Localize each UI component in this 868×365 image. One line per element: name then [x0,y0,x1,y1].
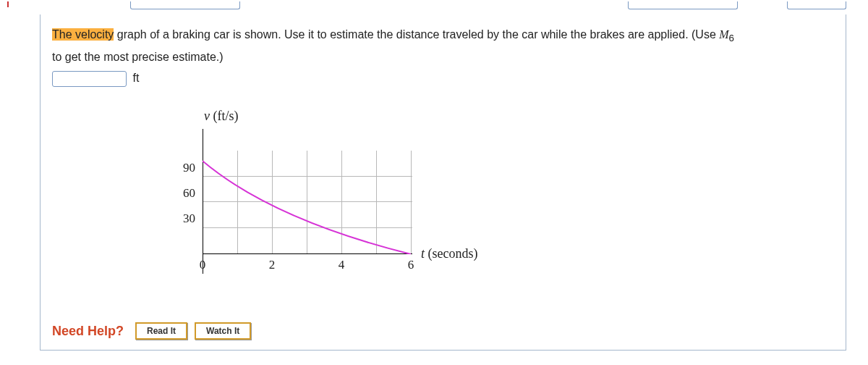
answer-row: ft [52,71,834,87]
velocity-chart: v (ft/s) 30 60 90 0 [153,109,486,297]
problem-text-2: to get the most precise estimate.) [52,51,224,63]
xtick-label: 6 [408,258,414,272]
velocity-curve [203,151,412,254]
xtick-label: 4 [339,258,345,272]
need-help-label: Need Help? [52,324,124,339]
xtick-label: 0 [200,258,206,272]
problem-text-1: graph of a braking car is shown. Use it … [114,28,719,41]
y-axis-label: v (ft/s) [204,109,239,124]
top-box-fragment-right-2 [787,1,846,9]
answer-input[interactable] [52,71,127,87]
left-marker [7,1,9,7]
problem-statement: The velocity graph of a braking car is s… [52,25,834,68]
method-variable: M [719,28,728,41]
x-axis-label: t (seconds) [421,246,478,261]
ytick-label: 90 [183,161,195,175]
top-box-fragment-left [130,1,240,9]
plot-area: 30 60 90 0 2 4 6 [203,129,412,274]
ytick-label: 30 [183,211,195,226]
highlighted-phrase: The velocity [52,28,114,41]
help-row: Need Help? Read It Watch It [52,322,251,340]
method-subscript: 6 [729,33,734,43]
answer-unit: ft [132,72,139,84]
watch-it-button[interactable]: Watch It [195,322,251,340]
read-it-button[interactable]: Read It [135,322,187,340]
xtick-label: 2 [269,258,276,272]
top-box-fragment-right-1 [628,1,738,9]
ytick-label: 60 [183,186,195,201]
problem-container: The velocity graph of a braking car is s… [40,14,846,351]
